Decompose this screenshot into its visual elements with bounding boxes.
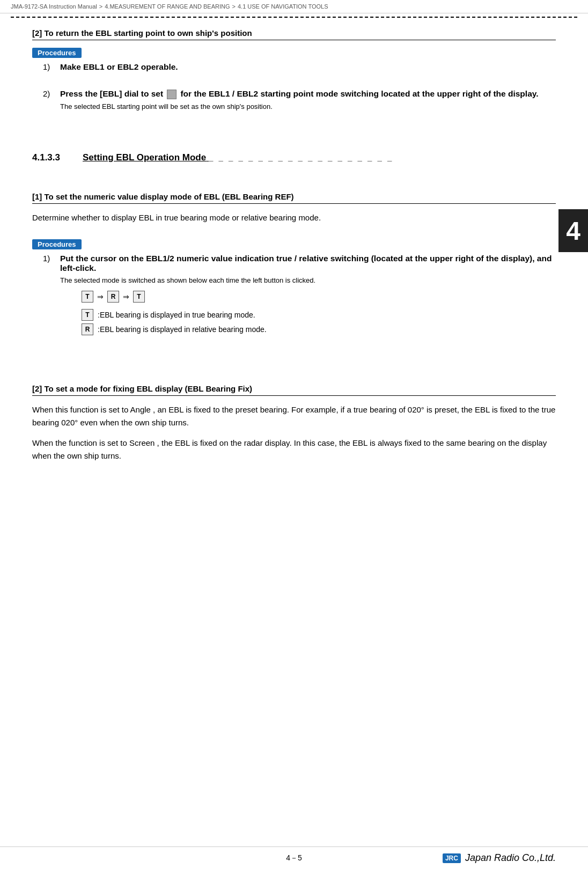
step-2-note: The selected EBL starting point will be …: [60, 102, 556, 111]
indicator-t1: T: [82, 291, 93, 303]
step-1-num: 1): [43, 62, 60, 71]
main-content: [2] To return the EBL starting point to …: [0, 18, 588, 481]
page-number: 4－5: [286, 853, 302, 863]
header-manual-title: JMA-9172-SA Instruction Manual: [11, 3, 97, 10]
step-3-num: 1): [43, 254, 60, 263]
step-1-content: Make EBL1 or EBL2 operable.: [60, 62, 556, 72]
section-2-heading: [2] To return the EBL starting point to …: [32, 28, 556, 40]
step-2-text-after: for the EBL1 / EBL2 starting point mode …: [180, 89, 538, 98]
legend-text-t: :EBL bearing is displayed in true bearin…: [98, 311, 255, 319]
bottom-bar: 4－5 JRC Japan Radio Co.,Ltd.: [0, 846, 588, 869]
step-1-text: Make EBL1 or EBL2 operable.: [60, 62, 178, 71]
step-2-num: 2): [43, 89, 60, 98]
indicator-r: R: [107, 291, 119, 303]
step-3-text: Put the cursor on the EBL1/2 numeric val…: [60, 254, 552, 273]
step-2-content: Press the [EBL] dial to set for the EBL1…: [60, 89, 556, 111]
subsection-2-para1: When this function is set to Angle , an …: [32, 403, 556, 429]
subsection-1-block: [1] To set the numeric value display mod…: [32, 192, 556, 338]
indicator-arrow1: ⇒: [97, 292, 104, 301]
step-3-content: Put the cursor on the EBL1/2 numeric val…: [60, 254, 556, 338]
section-413-title: Setting EBL Operation Mode _ _ _ _ _ _ _…: [83, 152, 556, 163]
legend-row-r: R :EBL bearing is displayed in relative …: [82, 323, 556, 335]
indicator-row: T ⇒ R ⇒ T: [82, 291, 556, 303]
indicator-t2: T: [133, 291, 145, 303]
step-3-note: The selected mode is switched as shown b…: [60, 276, 556, 284]
step-2-text-before: Press the [EBL] dial to set: [60, 89, 163, 98]
section-413-num: 4.1.3.3: [32, 152, 75, 163]
indicator-arrow2: ⇒: [123, 292, 129, 301]
chapter-tab: 4: [558, 209, 588, 252]
section-413-dashes: _ _ _ _ _ _ _ _ _ _ _ _ _ _ _ _ _ _ _: [209, 153, 394, 162]
procedures-badge-2: Procedures: [32, 239, 82, 249]
legend-box-r: R: [82, 323, 93, 335]
legend-box-t: T: [82, 309, 93, 321]
step-1: 1) Make EBL1 or EBL2 operable.: [43, 62, 556, 72]
step-2: 2) Press the [EBL] dial to set for the E…: [43, 89, 556, 111]
header-sep1: >: [99, 3, 102, 10]
page-header: JMA-9172-SA Instruction Manual > 4.MEASU…: [0, 0, 588, 13]
legend-text-r: :EBL bearing is displayed in relative be…: [98, 325, 267, 334]
ebl-mode-box: [167, 90, 177, 99]
legend-row-t: T :EBL bearing is displayed in true bear…: [82, 309, 556, 321]
company-logo-text: Japan Radio Co.,Ltd.: [465, 852, 556, 864]
step-3: 1) Put the cursor on the EBL1/2 numeric …: [43, 254, 556, 338]
header-chapter: 4.MEASUREMENT OF RANGE AND BEARING: [105, 3, 230, 10]
section-413-header: 4.1.3.3 Setting EBL Operation Mode _ _ _…: [32, 152, 556, 163]
header-section: 4.1 USE OF NAVIGATION TOOLS: [238, 3, 328, 10]
procedures-badge-1: Procedures: [32, 48, 82, 58]
subsection-1-heading: [1] To set the numeric value display mod…: [32, 192, 556, 204]
header-sep2: >: [232, 3, 236, 10]
subsection-1-para: Determine whether to display EBL in true…: [32, 211, 556, 224]
subsection-2-heading: [2] To set a mode for fixing EBL display…: [32, 384, 556, 396]
subsection-2-para2: When the function is set to Screen , the…: [32, 437, 556, 462]
subsection-2-block: [2] To set a mode for fixing EBL display…: [32, 384, 556, 462]
jrc-logo: JRC: [443, 853, 461, 863]
